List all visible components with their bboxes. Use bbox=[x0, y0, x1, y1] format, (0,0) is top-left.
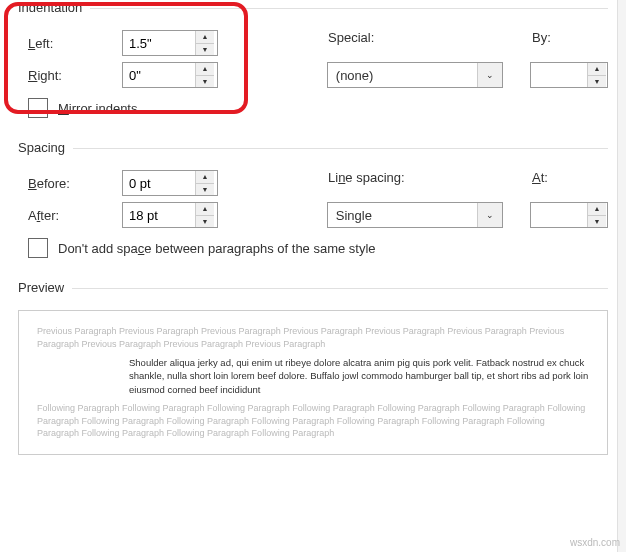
before-label: Before: bbox=[28, 176, 122, 191]
line-spacing-value: Single bbox=[336, 208, 372, 223]
spinner-up-icon[interactable]: ▲ bbox=[588, 203, 606, 216]
preview-section: Preview bbox=[0, 280, 626, 300]
at-spinner[interactable]: ▲ ▼ bbox=[530, 202, 608, 228]
by-label: By: bbox=[532, 30, 551, 45]
right-indent-input[interactable] bbox=[123, 63, 195, 87]
right-indent-label: Right: bbox=[28, 68, 122, 83]
before-spinner[interactable]: ▲ ▼ bbox=[122, 170, 218, 196]
indentation-title: Indentation bbox=[18, 0, 90, 15]
left-indent-spinner[interactable]: ▲ ▼ bbox=[122, 30, 218, 56]
line-spacing-label: Line spacing: bbox=[328, 170, 532, 185]
spinner-up-icon[interactable]: ▲ bbox=[196, 63, 214, 76]
spinner-up-icon[interactable]: ▲ bbox=[588, 63, 606, 76]
right-indent-spinner[interactable]: ▲ ▼ bbox=[122, 62, 218, 88]
dont-add-space-label: Don't add space between paragraphs of th… bbox=[58, 241, 376, 256]
spinner-up-icon[interactable]: ▲ bbox=[196, 171, 214, 184]
spinner-down-icon[interactable]: ▼ bbox=[196, 76, 214, 88]
spinner-down-icon[interactable]: ▼ bbox=[196, 216, 214, 228]
special-label: Special: bbox=[328, 30, 532, 45]
preview-following-text: Following Paragraph Following Paragraph … bbox=[37, 402, 589, 440]
spinner-down-icon[interactable]: ▼ bbox=[588, 76, 606, 88]
checkbox-icon[interactable] bbox=[28, 238, 48, 258]
preview-sample-text: Shoulder aliqua jerky ad, qui enim ut ri… bbox=[129, 356, 589, 396]
checkbox-icon[interactable] bbox=[28, 98, 48, 118]
mirror-indents-checkbox[interactable]: Mirror indents bbox=[28, 98, 608, 118]
line-spacing-dropdown[interactable]: Single ⌄ bbox=[327, 202, 503, 228]
indentation-header: Indentation bbox=[18, 0, 608, 20]
preview-title: Preview bbox=[18, 276, 72, 295]
preview-box: Previous Paragraph Previous Paragraph Pr… bbox=[18, 310, 608, 455]
spinner-down-icon[interactable]: ▼ bbox=[196, 44, 214, 56]
spacing-section: Spacing Before: ▲ ▼ Line spacing: At: Af… bbox=[0, 140, 626, 258]
at-label: At: bbox=[532, 170, 548, 185]
spinner-down-icon[interactable]: ▼ bbox=[588, 216, 606, 228]
special-dropdown[interactable]: (none) ⌄ bbox=[327, 62, 503, 88]
special-value: (none) bbox=[336, 68, 374, 83]
preview-header: Preview bbox=[18, 280, 608, 300]
dont-add-space-checkbox[interactable]: Don't add space between paragraphs of th… bbox=[28, 238, 608, 258]
spinner-up-icon[interactable]: ▲ bbox=[196, 31, 214, 44]
chevron-down-icon[interactable]: ⌄ bbox=[477, 63, 502, 87]
mirror-indents-label: Mirror indents bbox=[58, 101, 137, 116]
before-input[interactable] bbox=[123, 171, 195, 195]
spinner-down-icon[interactable]: ▼ bbox=[196, 184, 214, 196]
left-indent-input[interactable] bbox=[123, 31, 195, 55]
indentation-section: Indentation Left: ▲ ▼ Special: By: Right… bbox=[0, 0, 626, 118]
by-input[interactable] bbox=[531, 63, 587, 87]
spacing-header: Spacing bbox=[18, 140, 608, 160]
by-spinner[interactable]: ▲ ▼ bbox=[530, 62, 608, 88]
after-spinner[interactable]: ▲ ▼ bbox=[122, 202, 218, 228]
preview-previous-text: Previous Paragraph Previous Paragraph Pr… bbox=[37, 325, 589, 350]
after-input[interactable] bbox=[123, 203, 195, 227]
spinner-up-icon[interactable]: ▲ bbox=[196, 203, 214, 216]
chevron-down-icon[interactable]: ⌄ bbox=[477, 203, 502, 227]
after-label: After: bbox=[28, 208, 122, 223]
at-input[interactable] bbox=[531, 203, 587, 227]
left-indent-label: Left: bbox=[28, 36, 122, 51]
spacing-title: Spacing bbox=[18, 136, 73, 155]
